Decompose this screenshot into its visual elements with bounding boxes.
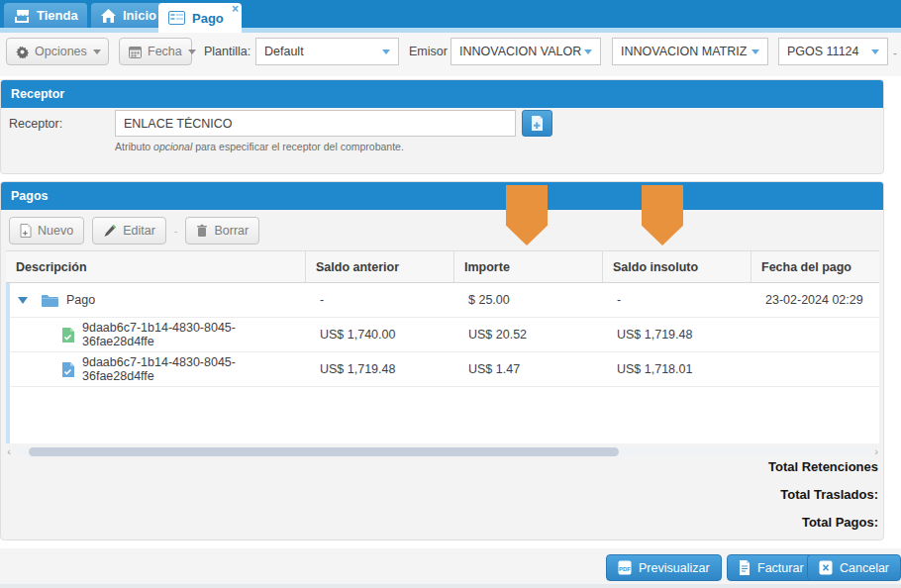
previsualizar-button[interactable]: PDF Previsualizar bbox=[606, 554, 722, 581]
cell-saldo-anterior: - bbox=[310, 283, 458, 317]
row-description: 9daab6c7-1b14-4830-8045-36fae28d4ffe bbox=[82, 321, 300, 348]
select-value: Default bbox=[264, 45, 304, 58]
opciones-button[interactable]: Opciones bbox=[6, 38, 109, 65]
button-label: Previsualizar bbox=[639, 561, 710, 575]
cell-saldo-insoluto: US$ 1,719.48 bbox=[607, 318, 755, 351]
matriz-select[interactable]: INNOVACION MATRIZ bbox=[612, 38, 768, 65]
column-header-saldo-anterior[interactable]: Saldo anterior bbox=[306, 251, 454, 282]
editar-button[interactable]: Editar bbox=[92, 217, 166, 245]
invoice-icon bbox=[739, 560, 751, 575]
receptor-panel: Receptor Receptor: Atributo opcional par… bbox=[0, 79, 884, 174]
serie-select[interactable]: PGOS 11124 bbox=[778, 38, 888, 65]
horizontal-scrollbar[interactable]: ‹ › bbox=[3, 445, 882, 457]
cell-fecha bbox=[755, 318, 879, 351]
row-description: Pago bbox=[66, 293, 95, 307]
expander-icon[interactable] bbox=[18, 297, 28, 304]
cell-fecha bbox=[755, 352, 879, 386]
home-icon bbox=[101, 9, 116, 23]
total-pagos-label: Total Pagos: bbox=[768, 515, 878, 530]
table-row[interactable]: Pago - $ 25.00 - 23-02-2024 02:29 bbox=[10, 283, 879, 318]
borrar-button[interactable]: Borrar bbox=[185, 217, 259, 245]
chevron-down-icon bbox=[93, 49, 101, 54]
cell-importe: US$ 20.52 bbox=[458, 318, 607, 351]
tab-label: Inicio bbox=[123, 8, 156, 23]
select-value: PGOS 11124 bbox=[787, 45, 859, 58]
button-label: Editar bbox=[123, 224, 155, 238]
separator-dash: - bbox=[174, 225, 178, 237]
tab-label: Tienda bbox=[37, 8, 78, 23]
button-label: Cancelar bbox=[840, 561, 889, 575]
receptor-label: Receptor: bbox=[9, 117, 62, 131]
table-row[interactable]: 9daab6c7-1b14-4830-8045-36fae28d4ffe US$… bbox=[10, 352, 879, 387]
gear-icon bbox=[16, 46, 29, 58]
total-traslados-label: Total Traslados: bbox=[768, 487, 878, 502]
cell-importe: US$ 1.47 bbox=[458, 352, 607, 386]
store-icon bbox=[14, 9, 30, 23]
select-value: INNOVACION MATRIZ bbox=[621, 45, 747, 58]
cell-saldo-insoluto: - bbox=[607, 283, 755, 317]
plantilla-label: Plantilla: bbox=[204, 45, 250, 58]
tab-label: Pago bbox=[192, 11, 224, 26]
nuevo-button[interactable]: Nuevo bbox=[9, 217, 84, 245]
scroll-right-icon[interactable]: › bbox=[870, 445, 882, 457]
cell-saldo-anterior: US$ 1,719.48 bbox=[310, 352, 458, 386]
trash-icon bbox=[196, 224, 208, 238]
chevron-down-icon bbox=[382, 49, 390, 54]
chevron-down-icon bbox=[584, 49, 592, 54]
receptor-panel-header: Receptor bbox=[1, 80, 883, 108]
column-header-descripcion[interactable]: Descripción bbox=[6, 251, 306, 282]
pencil-icon bbox=[103, 224, 117, 238]
column-header-importe[interactable]: Importe bbox=[454, 251, 603, 282]
form-icon bbox=[168, 11, 185, 25]
column-header-fecha-del-pago[interactable]: Fecha del pago bbox=[751, 251, 879, 282]
cell-saldo-insoluto: US$ 1,718.01 bbox=[607, 352, 755, 386]
cell-fecha: 23-02-2024 02:29 bbox=[755, 283, 879, 317]
tab-tienda[interactable]: Tienda bbox=[4, 3, 87, 28]
column-header-saldo-insoluto[interactable]: Saldo insoluto bbox=[603, 251, 751, 282]
cell-saldo-anterior: US$ 1,740.00 bbox=[310, 318, 458, 351]
scrollbar-track[interactable] bbox=[15, 447, 870, 456]
chevron-down-icon bbox=[751, 49, 759, 54]
tab-pago[interactable]: Pago × bbox=[158, 3, 242, 33]
scroll-left-icon[interactable]: ‹ bbox=[3, 445, 15, 457]
pagos-panel: Pagos Nuevo Editar - Borrar bbox=[0, 181, 884, 540]
new-document-icon bbox=[20, 224, 32, 238]
pagos-toolbar: Nuevo Editar - Borrar bbox=[9, 217, 259, 245]
receptor-input[interactable] bbox=[115, 110, 516, 137]
grid-header-row: Descripción Saldo anterior Importe Saldo… bbox=[6, 250, 879, 283]
fecha-button[interactable]: Fecha bbox=[119, 38, 192, 65]
emisor-label: Emisor bbox=[409, 45, 448, 58]
separator-dash: - bbox=[893, 47, 897, 60]
facturar-button[interactable]: Facturar bbox=[727, 554, 816, 581]
plantilla-select[interactable]: Default bbox=[255, 38, 399, 65]
grid-body: Pago - $ 25.00 - 23-02-2024 02:29 9daab6… bbox=[6, 283, 879, 443]
button-label: Opciones bbox=[35, 45, 87, 58]
close-icon[interactable]: × bbox=[232, 3, 239, 15]
calendar-icon bbox=[129, 46, 142, 58]
chevron-down-icon bbox=[188, 49, 196, 54]
button-label: Borrar bbox=[214, 224, 249, 238]
bottom-edge bbox=[0, 584, 901, 588]
chevron-down-icon bbox=[871, 49, 879, 54]
totals-block: Total Retenciones Total Traslados: Total… bbox=[768, 459, 878, 542]
select-value: INNOVACION VALOR bbox=[459, 45, 581, 58]
column-marker-saldo-insoluto bbox=[642, 185, 683, 245]
receptor-help-text: Atributo opcional para especificar el re… bbox=[115, 141, 404, 152]
footer-bar: PDF Previsualizar Facturar Cancelar bbox=[0, 548, 901, 584]
folder-icon bbox=[42, 294, 58, 307]
cell-importe: $ 25.00 bbox=[458, 283, 607, 317]
button-label: Nuevo bbox=[38, 224, 73, 238]
document-check-blue-icon bbox=[61, 362, 74, 377]
table-row[interactable]: 9daab6c7-1b14-4830-8045-36fae28d4ffe US$… bbox=[10, 318, 879, 352]
scrollbar-thumb[interactable] bbox=[29, 447, 619, 456]
emisor-select[interactable]: INNOVACION VALOR bbox=[450, 38, 601, 65]
row-description: 9daab6c7-1b14-4830-8045-36fae28d4ffe bbox=[82, 355, 300, 383]
main-toolbar: Opciones Fecha Plantilla: Default Emisor… bbox=[0, 33, 901, 76]
cancelar-button[interactable]: Cancelar bbox=[807, 554, 901, 581]
cancel-document-icon bbox=[819, 560, 833, 575]
button-label: Facturar bbox=[757, 561, 804, 575]
pdf-icon: PDF bbox=[618, 560, 632, 575]
add-document-icon bbox=[531, 116, 544, 131]
payment-window: Tienda Inicio Pago × Opciones Fecha bbox=[0, 0, 901, 588]
receptor-add-button[interactable] bbox=[522, 110, 552, 137]
